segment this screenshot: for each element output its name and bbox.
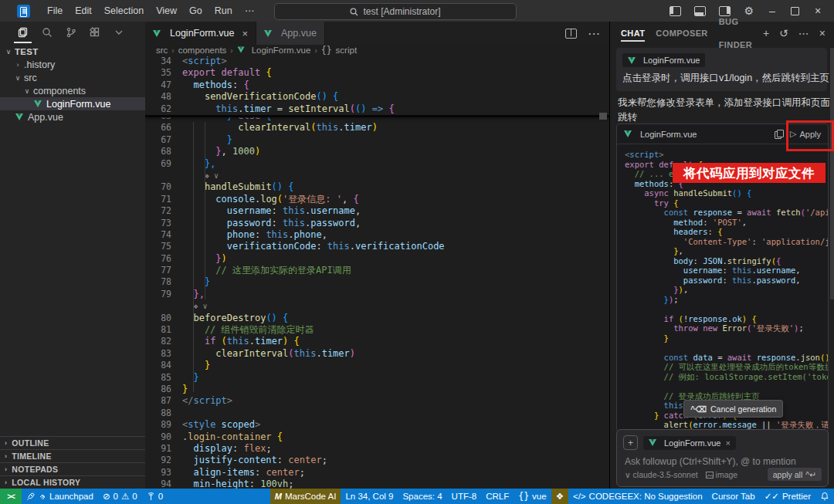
tab-chat[interactable]: CHAT bbox=[621, 22, 645, 45]
code-line-72[interactable]: 72 username: this.username, bbox=[145, 205, 609, 217]
code-line-73[interactable]: 73 password: this.password, bbox=[145, 218, 609, 229]
code-line-74[interactable]: 74 phone: this.phone, bbox=[145, 229, 609, 241]
toggle-panel-icon[interactable] bbox=[694, 6, 706, 16]
ports-item[interactable]: 0 bbox=[142, 489, 168, 504]
code-line-x[interactable]: method: 'POST', bbox=[625, 218, 828, 228]
chevron-down-icon[interactable]: ∨ bbox=[209, 171, 219, 180]
attach-image-button[interactable]: image bbox=[706, 470, 738, 479]
panel-scrollbar[interactable] bbox=[830, 48, 834, 299]
editor-more-actions-icon[interactable]: ⋯ bbox=[588, 26, 600, 41]
tree-item-src[interactable]: ∨src bbox=[0, 71, 145, 84]
tree-item-app-vue[interactable]: App.vue bbox=[0, 110, 145, 123]
code-line-x[interactable]: }); bbox=[625, 295, 828, 305]
code-line-x[interactable]: headers: { bbox=[625, 227, 828, 237]
file-reference-chip[interactable]: LoginForm.vue bbox=[622, 53, 705, 67]
launchpad-item[interactable]: Launchpad bbox=[22, 489, 98, 504]
code-line-77[interactable]: 77 // 这里添加实际的登录API调用 bbox=[145, 265, 609, 276]
tab-app-vue[interactable]: App.vue bbox=[256, 22, 325, 45]
tree-item-loginform-vue[interactable]: LoginForm.vue bbox=[0, 97, 145, 110]
search-view-icon[interactable] bbox=[35, 22, 59, 42]
indentation-item[interactable]: Spaces: 4 bbox=[398, 489, 446, 504]
code-line-62[interactable]: 62 this.timer = setInterval(() => { bbox=[145, 103, 609, 115]
code-line-x[interactable]: const data = await response.json(); bbox=[625, 353, 828, 363]
code-line-x[interactable]: throw new Error('登录失败'); bbox=[625, 323, 828, 333]
code-line-x[interactable]: }, bbox=[625, 246, 828, 256]
menu-edit[interactable]: Edit bbox=[69, 0, 98, 22]
tree-item-components[interactable]: ∨components bbox=[0, 84, 145, 97]
section-outline[interactable]: ›OUTLINE bbox=[0, 436, 145, 449]
extensions-icon[interactable] bbox=[83, 22, 107, 42]
search-input[interactable]: test [Administrator] bbox=[274, 3, 517, 20]
apply-all-button[interactable]: apply all ^↵ bbox=[768, 468, 822, 481]
more-views-chevron-icon[interactable] bbox=[107, 22, 131, 42]
code-line-86[interactable]: 86} bbox=[145, 384, 609, 395]
code-line-x[interactable]: body: JSON.stringify({ bbox=[625, 256, 828, 266]
menu-go[interactable]: Go bbox=[183, 0, 208, 22]
code-line-34[interactable]: 34<script> bbox=[145, 56, 609, 67]
code-line-82[interactable]: 82 if (this.timer) { bbox=[145, 336, 609, 347]
menu-selection[interactable]: Selection bbox=[98, 0, 150, 22]
code-line-70[interactable]: 70 handleSubmit() { bbox=[145, 181, 609, 193]
code-line-x[interactable] bbox=[625, 304, 828, 314]
code-line-66[interactable]: 66 clearInterval(this.timer) bbox=[145, 122, 609, 134]
code-line-x[interactable] bbox=[625, 343, 828, 353]
code-line-80[interactable]: 80 beforeDestroy() { bbox=[145, 313, 609, 324]
breadcrumb[interactable]: src› components› LoginForm.vue› {} scrip… bbox=[145, 45, 620, 56]
close-window-button[interactable]: × bbox=[812, 5, 823, 17]
code-line-94[interactable]: 94 min-height: 100vh; bbox=[145, 479, 609, 489]
tab-loginform-vue[interactable]: LoginForm.vue × bbox=[145, 22, 256, 45]
language-mode-item[interactable]: {}vue bbox=[514, 489, 551, 504]
code-line-x[interactable]: try { bbox=[625, 198, 828, 208]
code-line-89[interactable]: 89<style scoped> bbox=[145, 419, 609, 431]
ai-lens-row[interactable]: ❖ ∨ bbox=[145, 170, 609, 181]
new-chat-icon[interactable]: + bbox=[763, 27, 769, 39]
code-line-79[interactable]: 79 }, bbox=[145, 289, 609, 300]
model-selector[interactable]: ∨ claude-3.5-sonnet bbox=[625, 470, 698, 479]
source-control-icon[interactable] bbox=[59, 22, 83, 42]
code-line-76[interactable]: 76 }) bbox=[145, 253, 609, 265]
code-line-35[interactable]: 35export default { bbox=[145, 67, 609, 79]
chevron-down-icon[interactable]: ∨ bbox=[198, 302, 207, 310]
code-line-83[interactable]: 83 clearInterval(this.timer) bbox=[145, 348, 609, 360]
codegeex-status-item[interactable]: </>CODEGEEX: No Suggestion bbox=[568, 489, 707, 504]
explorer-icon[interactable] bbox=[11, 22, 35, 42]
code-line-90[interactable]: 90.login-container { bbox=[145, 431, 609, 443]
code-line-x[interactable]: // 可以在这里处理登录成功后的token等数据 bbox=[625, 362, 828, 372]
code-line-x[interactable] bbox=[625, 381, 828, 391]
code-line-87[interactable]: 87</script> bbox=[145, 395, 609, 407]
menu-more[interactable]: ⋯ bbox=[239, 0, 261, 22]
code-line-67[interactable]: 67 } bbox=[145, 134, 609, 146]
code-line-91[interactable]: 91 display: flex; bbox=[145, 443, 609, 455]
code-line-x[interactable]: const response = await fetch('/api/v1/lo… bbox=[625, 208, 828, 218]
code-line-75[interactable]: 75 verificationCode: this.verificationCo… bbox=[145, 241, 609, 252]
code-line-x[interactable]: 'Content-Type': 'application/json', bbox=[625, 237, 828, 247]
input-file-chip[interactable]: LoginForm.vue × bbox=[643, 436, 736, 450]
menu-run[interactable]: Run bbox=[208, 0, 239, 22]
notifications-bell-icon[interactable] bbox=[815, 489, 834, 504]
code-line-78[interactable]: 78 } bbox=[145, 276, 609, 288]
code-line-84[interactable]: 84 } bbox=[145, 360, 609, 371]
ai-lens-row[interactable]: ❖ ∨ bbox=[145, 300, 609, 312]
menu-view[interactable]: View bbox=[150, 0, 183, 22]
history-icon[interactable]: ↺ bbox=[779, 27, 788, 39]
code-line-x[interactable]: password: this.password, bbox=[625, 276, 828, 286]
code-line-x[interactable]: } bbox=[625, 333, 828, 343]
code-editor[interactable]: 65 } else {66 clearInterval(this.timer)6… bbox=[145, 56, 609, 489]
tree-item--history[interactable]: ›.history bbox=[0, 58, 145, 71]
code-line-x[interactable]: alert(error.message || '登录失败，请重试'); bbox=[625, 420, 828, 430]
code-line-69[interactable]: 69 }, bbox=[145, 158, 609, 170]
prettier-item[interactable]: ✓✓Prettier bbox=[760, 489, 815, 504]
tab-composer[interactable]: COMPOSER bbox=[656, 22, 707, 45]
problems-item[interactable]: ⊘0 ⚠0 bbox=[98, 489, 142, 504]
code-line-92[interactable]: 92 justify-content: center; bbox=[145, 455, 609, 466]
encoding-item[interactable]: UTF-8 bbox=[447, 489, 482, 504]
code-line-x[interactable]: if (!response.ok) { bbox=[625, 314, 828, 324]
code-line-71[interactable]: 71 console.log('登录信息: ', { bbox=[145, 194, 609, 205]
codegeex-logo-item[interactable]: ❖ bbox=[551, 489, 568, 504]
editor-scrollbar[interactable] bbox=[599, 113, 607, 120]
eol-item[interactable]: CRLF bbox=[481, 489, 514, 504]
chat-input-box[interactable]: + LoginForm.vue × Ask followup (Ctrl+Shi… bbox=[616, 429, 829, 487]
cursor-tab-item[interactable]: Cursor Tab bbox=[707, 489, 760, 504]
cancel-generation-button[interactable]: ^⌫ Cancel generation bbox=[683, 400, 783, 418]
copy-code-icon[interactable] bbox=[775, 130, 782, 138]
